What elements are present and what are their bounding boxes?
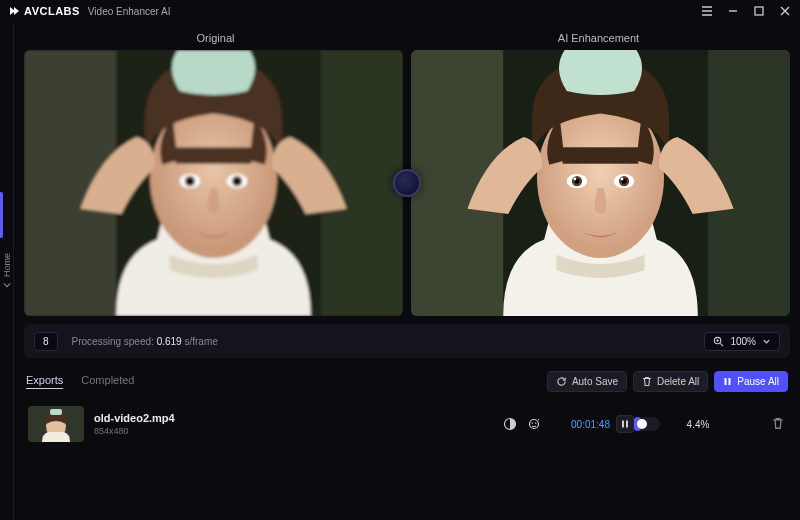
brand-text: AVCLABS: [24, 5, 80, 17]
face-enhance-icon[interactable]: [527, 417, 541, 431]
export-item-row: old-video2.mp4 854x480 00:01:48 4.4%: [24, 402, 790, 446]
progress-percent: 4.4%: [668, 419, 728, 430]
delete-all-label: Delete All: [657, 376, 699, 387]
frame-counter: 8: [34, 332, 58, 351]
svg-point-34: [535, 423, 537, 425]
speed-prefix: Processing speed:: [72, 336, 154, 347]
chevron-left-icon: [3, 281, 11, 289]
export-resolution: 854x480: [94, 426, 175, 436]
autosave-label: Auto Save: [572, 376, 618, 387]
original-label: Original: [24, 32, 407, 44]
svg-rect-35: [622, 421, 624, 428]
minimize-icon[interactable]: [726, 4, 740, 18]
svg-rect-5: [176, 147, 252, 163]
side-rail-home[interactable]: Home: [2, 253, 12, 289]
preview-original[interactable]: [24, 50, 403, 316]
svg-point-20: [573, 178, 576, 181]
preview-compare: [24, 50, 790, 316]
export-file-meta: old-video2.mp4 854x480: [94, 412, 175, 436]
pause-all-label: Pause All: [737, 376, 779, 387]
progress-bar[interactable]: [634, 417, 660, 431]
export-tabs: Exports Completed Auto Save Delete All P…: [24, 366, 790, 396]
side-rail: Home: [0, 22, 14, 520]
svg-rect-16: [563, 147, 639, 163]
zoom-value: 100%: [730, 336, 756, 347]
svg-point-11: [234, 179, 239, 184]
svg-rect-30: [50, 409, 62, 415]
svg-point-24: [621, 178, 624, 181]
magnify-icon: [713, 336, 724, 347]
enhanced-label: AI Enhancement: [407, 32, 790, 44]
app-subtitle: Video Enhancer AI: [88, 6, 171, 17]
pause-icon: [723, 377, 732, 386]
pause-all-button[interactable]: Pause All: [714, 371, 788, 392]
processing-speed: Processing speed: 0.619 s/frame: [72, 336, 218, 347]
svg-point-8: [187, 179, 192, 184]
svg-rect-0: [755, 7, 763, 15]
delete-all-button[interactable]: Delete All: [633, 371, 708, 392]
export-file-name: old-video2.mp4: [94, 412, 175, 424]
speed-unit: s/frame: [184, 336, 217, 347]
svg-rect-27: [729, 378, 731, 385]
contrast-icon[interactable]: [503, 417, 517, 431]
export-effect-icons: [503, 417, 541, 431]
window-controls: [700, 4, 792, 18]
compare-labels: Original AI Enhancement: [24, 30, 790, 46]
speed-value: 0.619: [157, 336, 182, 347]
svg-rect-36: [626, 421, 628, 428]
preview-enhanced[interactable]: [411, 50, 790, 316]
side-rail-home-label: Home: [2, 253, 12, 277]
export-delete-button[interactable]: [772, 417, 786, 431]
logo-icon: [8, 5, 20, 17]
compare-slider-handle[interactable]: [393, 169, 421, 197]
zoom-control[interactable]: 100%: [704, 332, 780, 351]
chevron-down-icon: [762, 337, 771, 346]
app-logo: AVCLABS: [8, 5, 80, 17]
maximize-icon[interactable]: [752, 4, 766, 18]
svg-rect-26: [725, 378, 727, 385]
trash-icon: [642, 376, 652, 387]
export-elapsed: 00:01:48: [571, 419, 610, 430]
menu-icon[interactable]: [700, 4, 714, 18]
export-thumbnail[interactable]: [28, 406, 84, 442]
tab-exports[interactable]: Exports: [26, 374, 63, 389]
svg-point-33: [532, 423, 534, 425]
main-area: Original AI Enhancement: [14, 22, 800, 520]
refresh-icon: [556, 376, 567, 387]
tab-completed[interactable]: Completed: [81, 374, 134, 388]
close-icon[interactable]: [778, 4, 792, 18]
titlebar: AVCLABS Video Enhancer AI: [0, 0, 800, 22]
status-bar: 8 Processing speed: 0.619 s/frame 100%: [24, 324, 790, 358]
autosave-button[interactable]: Auto Save: [547, 371, 627, 392]
export-progress: 4.4%: [634, 417, 764, 431]
export-pause-button[interactable]: [616, 415, 634, 433]
progress-knob: [637, 419, 647, 429]
